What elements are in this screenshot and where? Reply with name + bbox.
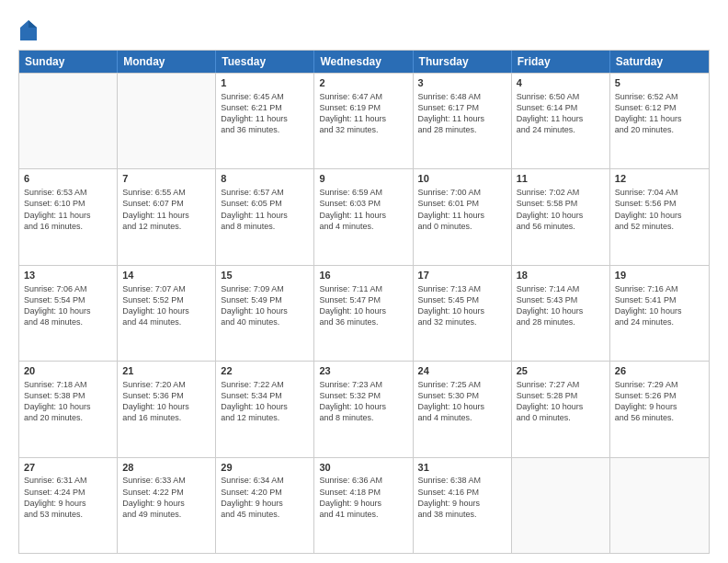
day-cell-18: 18Sunrise: 7:14 AM Sunset: 5:43 PM Dayli… <box>512 266 610 361</box>
day-info: Sunrise: 6:38 AM Sunset: 4:16 PM Dayligh… <box>418 475 506 520</box>
day-cell-30: 30Sunrise: 6:36 AM Sunset: 4:18 PM Dayli… <box>314 458 413 553</box>
day-info: Sunrise: 6:45 AM Sunset: 6:21 PM Dayligh… <box>221 91 309 136</box>
day-info: Sunrise: 7:11 AM Sunset: 5:47 PM Dayligh… <box>319 283 407 328</box>
day-number: 30 <box>319 461 407 475</box>
header-day-thursday: Thursday <box>414 51 512 73</box>
day-cell-7: 7Sunrise: 6:55 AM Sunset: 6:07 PM Daylig… <box>118 169 216 264</box>
day-cell-8: 8Sunrise: 6:57 AM Sunset: 6:05 PM Daylig… <box>216 169 314 264</box>
day-cell-1: 1Sunrise: 6:45 AM Sunset: 6:21 PM Daylig… <box>216 74 314 168</box>
day-info: Sunrise: 7:18 AM Sunset: 5:38 PM Dayligh… <box>24 379 112 424</box>
day-number: 2 <box>319 76 407 90</box>
day-info: Sunrise: 6:53 AM Sunset: 6:10 PM Dayligh… <box>24 187 112 232</box>
day-number: 10 <box>418 172 506 186</box>
day-info: Sunrise: 6:33 AM Sunset: 4:22 PM Dayligh… <box>122 475 210 520</box>
day-number: 13 <box>24 269 112 282</box>
day-cell-10: 10Sunrise: 7:00 AM Sunset: 6:01 PM Dayli… <box>414 169 512 264</box>
svg-marker-1 <box>28 20 37 28</box>
day-info: Sunrise: 6:55 AM Sunset: 6:07 PM Dayligh… <box>122 187 210 232</box>
day-info: Sunrise: 7:14 AM Sunset: 5:43 PM Dayligh… <box>517 283 605 328</box>
week-row-1: 1Sunrise: 6:45 AM Sunset: 6:21 PM Daylig… <box>19 73 709 168</box>
day-number: 3 <box>418 76 506 90</box>
day-number: 11 <box>517 172 605 186</box>
day-cell-6: 6Sunrise: 6:53 AM Sunset: 6:10 PM Daylig… <box>19 169 118 264</box>
week-row-2: 6Sunrise: 6:53 AM Sunset: 6:10 PM Daylig… <box>19 168 709 264</box>
day-info: Sunrise: 6:48 AM Sunset: 6:17 PM Dayligh… <box>418 91 506 136</box>
day-cell-24: 24Sunrise: 7:25 AM Sunset: 5:30 PM Dayli… <box>414 362 512 456</box>
day-info: Sunrise: 6:31 AM Sunset: 4:24 PM Dayligh… <box>24 475 112 520</box>
day-info: Sunrise: 7:02 AM Sunset: 5:58 PM Dayligh… <box>517 187 605 232</box>
day-cell-12: 12Sunrise: 7:04 AM Sunset: 5:56 PM Dayli… <box>610 169 709 264</box>
day-number: 25 <box>517 364 605 378</box>
day-info: Sunrise: 7:25 AM Sunset: 5:30 PM Dayligh… <box>418 379 506 424</box>
day-number: 17 <box>418 269 506 282</box>
day-cell-25: 25Sunrise: 7:27 AM Sunset: 5:28 PM Dayli… <box>512 362 610 456</box>
header <box>18 15 710 40</box>
day-cell-21: 21Sunrise: 7:20 AM Sunset: 5:36 PM Dayli… <box>118 362 216 456</box>
day-number: 24 <box>418 364 506 378</box>
day-cell-11: 11Sunrise: 7:02 AM Sunset: 5:58 PM Dayli… <box>512 169 610 264</box>
day-number: 14 <box>122 269 210 282</box>
day-cell-29: 29Sunrise: 6:34 AM Sunset: 4:20 PM Dayli… <box>216 458 314 553</box>
day-info: Sunrise: 6:50 AM Sunset: 6:14 PM Dayligh… <box>517 91 605 136</box>
day-info: Sunrise: 6:57 AM Sunset: 6:05 PM Dayligh… <box>221 187 309 232</box>
day-cell-empty-4-6 <box>610 458 709 553</box>
day-cell-2: 2Sunrise: 6:47 AM Sunset: 6:19 PM Daylig… <box>314 74 413 168</box>
day-cell-26: 26Sunrise: 7:29 AM Sunset: 5:26 PM Dayli… <box>610 362 709 456</box>
header-day-monday: Monday <box>118 51 216 73</box>
calendar-header: SundayMondayTuesdayWednesdayThursdayFrid… <box>19 51 709 73</box>
header-day-tuesday: Tuesday <box>216 51 314 73</box>
week-row-3: 13Sunrise: 7:06 AM Sunset: 5:54 PM Dayli… <box>19 265 709 361</box>
day-info: Sunrise: 7:04 AM Sunset: 5:56 PM Dayligh… <box>615 187 704 232</box>
day-cell-20: 20Sunrise: 7:18 AM Sunset: 5:38 PM Dayli… <box>19 362 118 456</box>
day-info: Sunrise: 6:36 AM Sunset: 4:18 PM Dayligh… <box>319 475 407 520</box>
day-info: Sunrise: 7:27 AM Sunset: 5:28 PM Dayligh… <box>517 379 605 424</box>
day-number: 15 <box>221 269 309 282</box>
day-cell-empty-4-5 <box>512 458 610 553</box>
day-number: 7 <box>122 172 210 186</box>
day-number: 29 <box>221 461 309 475</box>
day-cell-9: 9Sunrise: 6:59 AM Sunset: 6:03 PM Daylig… <box>314 169 413 264</box>
day-number: 19 <box>615 269 704 282</box>
header-day-wednesday: Wednesday <box>314 51 413 73</box>
day-info: Sunrise: 7:13 AM Sunset: 5:45 PM Dayligh… <box>418 283 506 328</box>
day-info: Sunrise: 7:06 AM Sunset: 5:54 PM Dayligh… <box>24 283 112 328</box>
day-number: 4 <box>517 76 605 90</box>
day-cell-empty-0-1 <box>118 74 216 168</box>
day-number: 20 <box>24 364 112 378</box>
day-cell-19: 19Sunrise: 7:16 AM Sunset: 5:41 PM Dayli… <box>610 266 709 361</box>
day-cell-4: 4Sunrise: 6:50 AM Sunset: 6:14 PM Daylig… <box>512 74 610 168</box>
week-row-4: 20Sunrise: 7:18 AM Sunset: 5:38 PM Dayli… <box>19 361 709 456</box>
day-info: Sunrise: 7:07 AM Sunset: 5:52 PM Dayligh… <box>122 283 210 328</box>
day-cell-15: 15Sunrise: 7:09 AM Sunset: 5:49 PM Dayli… <box>216 266 314 361</box>
day-cell-16: 16Sunrise: 7:11 AM Sunset: 5:47 PM Dayli… <box>314 266 413 361</box>
day-number: 5 <box>615 76 704 90</box>
day-number: 26 <box>615 364 704 378</box>
day-info: Sunrise: 7:20 AM Sunset: 5:36 PM Dayligh… <box>122 379 210 424</box>
day-cell-14: 14Sunrise: 7:07 AM Sunset: 5:52 PM Dayli… <box>118 266 216 361</box>
day-number: 6 <box>24 172 112 186</box>
day-cell-empty-0-0 <box>19 74 118 168</box>
day-number: 23 <box>319 364 407 378</box>
logo-icon <box>20 20 37 40</box>
day-number: 31 <box>418 461 506 475</box>
day-cell-31: 31Sunrise: 6:38 AM Sunset: 4:16 PM Dayli… <box>414 458 512 553</box>
day-cell-5: 5Sunrise: 6:52 AM Sunset: 6:12 PM Daylig… <box>610 74 709 168</box>
day-cell-28: 28Sunrise: 6:33 AM Sunset: 4:22 PM Dayli… <box>118 458 216 553</box>
calendar: SundayMondayTuesdayWednesdayThursdayFrid… <box>18 50 710 554</box>
day-info: Sunrise: 6:34 AM Sunset: 4:20 PM Dayligh… <box>221 475 309 520</box>
day-info: Sunrise: 7:16 AM Sunset: 5:41 PM Dayligh… <box>615 283 704 328</box>
day-number: 27 <box>24 461 112 475</box>
day-number: 21 <box>122 364 210 378</box>
day-number: 8 <box>221 172 309 186</box>
calendar-body: 1Sunrise: 6:45 AM Sunset: 6:21 PM Daylig… <box>19 73 709 553</box>
day-info: Sunrise: 6:47 AM Sunset: 6:19 PM Dayligh… <box>319 91 407 136</box>
day-number: 22 <box>221 364 309 378</box>
header-day-sunday: Sunday <box>19 51 118 73</box>
day-cell-22: 22Sunrise: 7:22 AM Sunset: 5:34 PM Dayli… <box>216 362 314 456</box>
logo <box>18 18 37 40</box>
day-info: Sunrise: 7:00 AM Sunset: 6:01 PM Dayligh… <box>418 187 506 232</box>
day-number: 12 <box>615 172 704 186</box>
day-info: Sunrise: 7:23 AM Sunset: 5:32 PM Dayligh… <box>319 379 407 424</box>
day-info: Sunrise: 7:22 AM Sunset: 5:34 PM Dayligh… <box>221 379 309 424</box>
day-number: 1 <box>221 76 309 90</box>
